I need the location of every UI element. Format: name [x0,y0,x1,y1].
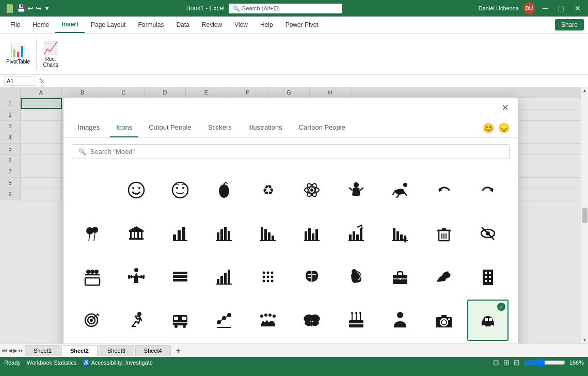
view-page-break-icon[interactable]: ⊟ [514,358,520,367]
icon-happy-face[interactable] [116,169,157,211]
tab-cartoon-people[interactable]: Cartoon People [293,118,352,137]
icon-recycle[interactable]: ♻ [247,169,289,211]
redo-icon[interactable]: ↪ [36,4,42,12]
icon-brain-profile[interactable] [336,256,377,297]
icon-camera[interactable] [423,300,465,341]
scroll-down-arrow[interactable]: ▼ [582,337,588,343]
svg-point-151 [490,325,494,328]
sheet-tab-sheet3[interactable]: Sheet3 [99,345,134,356]
svg-point-150 [482,325,485,328]
icon-airplane[interactable]: ✈ [72,169,113,211]
icon-weightlifter[interactable] [116,256,157,297]
icon-butterfly[interactable] [291,300,332,341]
tab-images[interactable]: Images [72,118,106,137]
recommended-charts-button[interactable]: 📈 Rec.Charts [41,39,60,70]
icon-runner[interactable] [116,300,157,341]
icon-meeting[interactable] [72,256,113,297]
icon-balloons[interactable] [72,213,113,254]
tab-cutout-people[interactable]: Cutout People [142,118,197,137]
icon-search-wrapper[interactable]: 🔍 [72,144,510,159]
tab-icons[interactable]: Icons [110,118,138,137]
icon-bar-chart-1[interactable] [160,213,201,254]
customize-icon[interactable]: ▼ [44,5,50,12]
icon-dinosaur[interactable] [423,256,465,297]
icon-trash-can[interactable] [423,213,465,254]
view-layout-icon[interactable]: ⊞ [503,358,510,367]
name-box[interactable] [4,76,35,86]
close-button[interactable]: ✕ [571,3,584,13]
icon-bar-chart-2[interactable] [203,213,245,254]
icon-calm-face[interactable] [160,169,201,211]
sheet-nav-last[interactable]: ⏭ [19,348,24,353]
icon-atom[interactable] [291,169,332,211]
icon-bar-chart-up[interactable] [336,213,377,254]
global-search[interactable]: 🔍 Search (Alt+Q) [229,4,342,13]
scroll-thumb[interactable] [582,208,587,223]
icon-eye-crossed[interactable] [467,213,508,254]
svg-rect-152 [485,318,488,321]
icon-bus[interactable] [160,300,201,341]
icon-person-question[interactable] [379,300,421,341]
sheet-tab-sheet2[interactable]: Sheet2 [61,345,98,356]
sheet-nav-prev[interactable]: ◀ [8,348,12,353]
emoji-sad-button[interactable]: 😞 [498,122,510,134]
share-button[interactable]: Share [555,19,584,30]
tab-help[interactable]: Help [254,17,279,33]
sheet-nav-next[interactable]: ▶ [13,348,18,353]
icon-arrow-back[interactable] [423,169,465,211]
tab-stickers[interactable]: Stickers [202,118,238,137]
sheet-nav-first[interactable]: ⏮ [2,348,7,353]
tab-page-layout[interactable]: Page Layout [85,17,132,33]
sheet-tabs-bar: ⏮ ◀ ▶ ⏭ Sheet1 Sheet2 Sheet3 Sheet4 + [0,343,588,357]
icon-bar-chart-decline[interactable] [247,213,289,254]
icon-apple[interactable] [203,169,245,211]
icon-car[interactable]: ✓ [467,300,508,341]
icon-search-input[interactable] [90,148,503,155]
workbook-stats[interactable]: Workbook Statistics [27,359,76,366]
tab-formulas[interactable]: Formulas [132,17,170,33]
emoji-happy-button[interactable]: 😊 [483,122,494,134]
icon-bank[interactable] [116,213,157,254]
save-icon[interactable]: 💾 [17,4,25,12]
zoom-slider[interactable] [524,358,565,367]
tab-illustrations[interactable]: Illustrations [242,118,289,137]
icon-dots-grid[interactable] [247,256,289,297]
icon-birthday-cake[interactable] [336,300,377,341]
icon-bar-chart-3[interactable] [291,213,332,254]
icon-target[interactable] [72,300,113,341]
tab-home[interactable]: Home [26,17,55,33]
icon-people-wave[interactable] [247,300,289,341]
svg-rect-51 [349,234,352,241]
icon-partial-2[interactable] [116,343,157,343]
icon-arrow-forward[interactable] [467,169,508,211]
formula-content[interactable] [48,77,584,85]
undo-icon[interactable]: ↩ [27,4,34,12]
tab-review[interactable]: Review [196,17,228,33]
tab-file[interactable]: File [4,17,26,33]
icon-bar-chart-down[interactable] [379,213,421,254]
icon-building[interactable] [467,256,508,297]
icon-books-stack[interactable] [160,256,201,297]
icon-baby[interactable] [336,169,377,211]
user-avatar[interactable]: DU [523,2,535,14]
icon-people-growth[interactable] [203,300,245,341]
add-sheet-button[interactable]: + [172,344,185,357]
icon-brain[interactable] [291,256,332,297]
icon-briefcase[interactable] [379,256,421,297]
tab-data[interactable]: Data [170,17,195,33]
scroll-up-arrow[interactable]: ▲ [582,87,588,94]
restore-button[interactable]: ◻ [555,3,567,13]
pivot-table-button[interactable]: 📊 PivotTable [4,41,32,67]
tab-insert[interactable]: Insert [55,17,85,33]
sheet-tab-sheet1[interactable]: Sheet1 [25,345,60,356]
tab-view[interactable]: View [228,17,254,33]
dialog-close-button[interactable]: ✕ [499,102,512,114]
icon-partial-1[interactable] [72,343,113,343]
minimize-button[interactable]: ─ [539,3,551,13]
icon-crawling-baby[interactable] [379,169,421,211]
view-normal-icon[interactable]: ⊡ [493,358,499,367]
zoom-level[interactable]: 166% [569,359,584,366]
icon-bar-chart-4[interactable] [203,256,245,297]
tab-power-pivot[interactable]: Power Pivot [279,17,325,33]
sheet-tab-sheet4[interactable]: Sheet4 [135,345,171,356]
